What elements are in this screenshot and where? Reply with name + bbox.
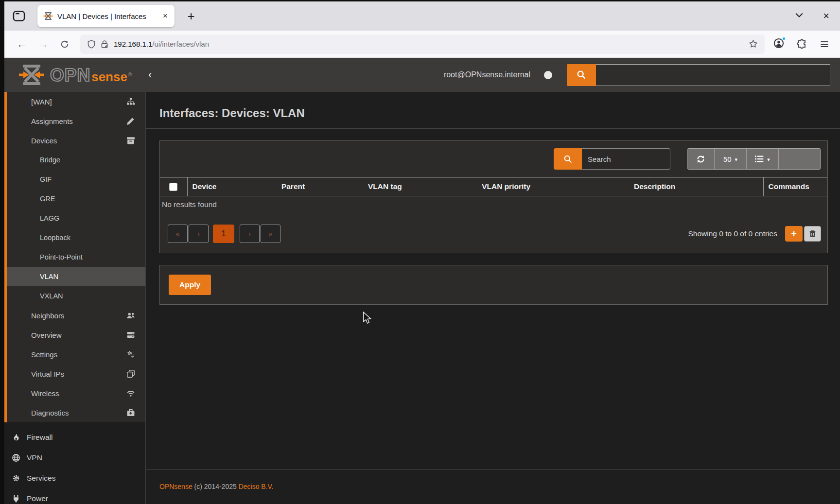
sidebar-item-gre[interactable]: GRE: [7, 189, 145, 209]
wifi-icon: [127, 389, 135, 397]
extensions-puzzle-icon[interactable]: [797, 39, 807, 49]
tab-close-button[interactable]: ×: [161, 11, 170, 21]
page-size-dropdown[interactable]: 50▾: [715, 149, 747, 169]
logged-in-user[interactable]: root@OPNsense.internal: [444, 70, 530, 79]
select-all-cell: [160, 177, 187, 196]
tab-title: VLAN | Devices | Interfaces: [57, 12, 159, 20]
sidebar-item-bridge[interactable]: Bridge: [7, 150, 145, 170]
toolbar-blank-button[interactable]: [779, 149, 821, 169]
sidebar-collapse-button[interactable]: ‹: [148, 69, 152, 81]
shield-permissions-icon[interactable]: [87, 40, 96, 49]
sidebar-item-vlan[interactable]: VLAN: [7, 267, 145, 286]
pagination-page-1-button[interactable]: 1: [213, 225, 234, 243]
footer-opnsense-link[interactable]: OPNsense: [159, 483, 192, 490]
column-selector-dropdown[interactable]: ▾: [747, 149, 779, 169]
search-icon: [577, 70, 586, 80]
sitemap-icon: [127, 98, 135, 105]
brand-wordmark[interactable]: OPN sense ®: [50, 66, 132, 84]
sidebar-item-loopback[interactable]: Loopback: [7, 228, 145, 247]
sidebar-item-overview[interactable]: Overview: [7, 325, 145, 345]
url-bar[interactable]: 192.168.1.1/ui/interfaces/vlan: [80, 35, 765, 54]
column-header-description[interactable]: Description: [629, 177, 763, 196]
column-header-vlan-priority[interactable]: VLAN priority: [477, 177, 629, 196]
sidebar-item-virtual-ips[interactable]: Virtual IPs: [7, 364, 145, 383]
sidebar-item-wan[interactable]: [WAN]: [7, 92, 145, 111]
browser-navbar: ← → 192.168.1.1/ui/interfaces/vlan: [4, 31, 840, 58]
lock-warning-icon[interactable]: [100, 40, 109, 49]
search-icon: [563, 155, 573, 164]
grid-search: [554, 148, 670, 170]
delete-selected-button[interactable]: [804, 226, 821, 242]
browser-window: VLAN | Devices | Interfaces × + × ← → 19…: [0, 0, 840, 504]
sidebar-item-wireless[interactable]: Wireless: [7, 383, 145, 403]
sidebar-item-firewall[interactable]: Firewall: [4, 427, 145, 448]
pagination-prev-button[interactable]: ‹: [189, 225, 209, 243]
global-search-input[interactable]: [596, 64, 830, 86]
grid-search-button[interactable]: [554, 148, 582, 170]
apply-button[interactable]: Apply: [169, 275, 211, 295]
add-vlan-button[interactable]: +: [785, 226, 803, 242]
opnsense-favicon: [43, 12, 53, 20]
pagination-first-button[interactable]: «: [168, 225, 188, 243]
sidebar-item-vxlan[interactable]: VXLAN: [7, 286, 145, 306]
global-search-button[interactable]: [567, 64, 596, 86]
sidebar-root-menu: Firewall VPN Services Power: [4, 422, 145, 504]
bookmark-star-icon[interactable]: [749, 39, 758, 49]
grid-search-input[interactable]: [582, 148, 670, 170]
clone-icon: [127, 370, 135, 378]
main-content: Interfaces: Devices: VLAN: [145, 92, 840, 504]
global-search: [567, 64, 830, 86]
reload-icon: [60, 40, 69, 49]
url-text[interactable]: 192.168.1.1/ui/interfaces/vlan: [114, 40, 749, 48]
pagination-last-button[interactable]: »: [261, 225, 280, 243]
menu-hamburger-icon[interactable]: [820, 39, 829, 49]
list-all-tabs-button[interactable]: [795, 11, 804, 22]
caret-down-icon: ▾: [767, 156, 770, 163]
sidebar-item-devices[interactable]: Devices: [7, 131, 145, 150]
table-empty-row: No results found: [160, 196, 827, 212]
sidebar-item-power[interactable]: Power: [4, 488, 145, 504]
users-icon: [127, 312, 135, 319]
app-header: OPN sense ® ‹ root@OPNsense.internal: [4, 58, 840, 92]
refresh-button[interactable]: [687, 149, 715, 169]
brand-opn: OPN: [50, 66, 90, 84]
sidebar-item-settings[interactable]: Settings: [7, 345, 145, 364]
grid-toolbar-buttons: 50▾ ▾: [687, 148, 821, 170]
sidebar-item-lagg[interactable]: LAGG: [7, 209, 145, 228]
select-all-checkbox[interactable]: [169, 183, 177, 191]
sidebar-item-assignments[interactable]: Assignments: [7, 111, 145, 131]
showing-entries-text: Showing 0 to 0 of 0 entries: [688, 229, 777, 238]
firefox-view-button[interactable]: [9, 6, 29, 26]
table-header-row: Device Parent VLAN tag VLAN priority Des…: [160, 177, 827, 196]
forward-button: →: [35, 35, 52, 53]
new-tab-button[interactable]: +: [182, 7, 200, 25]
account-button[interactable]: [773, 38, 784, 51]
url-host: 192.168.1.1: [114, 40, 152, 48]
window-close-button[interactable]: ×: [823, 10, 829, 22]
sidebar-item-neighbors[interactable]: Neighbors: [7, 306, 145, 325]
pagination-next-button[interactable]: ›: [240, 225, 260, 243]
sidebar-item-diagnostics[interactable]: Diagnostics: [7, 403, 145, 422]
column-header-parent[interactable]: Parent: [277, 177, 363, 196]
brand-registered-mark: ®: [128, 71, 132, 77]
refresh-icon: [696, 155, 705, 164]
status-indicator-dot[interactable]: [544, 71, 552, 79]
medkit-icon: [127, 409, 135, 417]
pagination: «‹1›»: [168, 225, 280, 243]
column-header-vlan-tag[interactable]: VLAN tag: [363, 177, 477, 196]
vlan-grid-panel: 50▾ ▾ Device Parent: [159, 140, 828, 253]
sidebar-item-vpn[interactable]: VPN: [4, 448, 145, 468]
list-columns-icon: [755, 155, 764, 163]
sidebar-item-gif[interactable]: GIF: [7, 170, 145, 189]
sidebar-item-point-to-point[interactable]: Point-to-Point: [7, 247, 145, 267]
opnsense-logo-icon: [19, 64, 44, 86]
browser-tab[interactable]: VLAN | Devices | Interfaces ×: [37, 5, 175, 27]
reload-button[interactable]: [56, 35, 73, 53]
back-button[interactable]: ←: [13, 35, 31, 53]
plug-icon: [12, 495, 20, 503]
sidebar-item-services[interactable]: Services: [4, 468, 145, 488]
column-header-device[interactable]: Device: [187, 177, 277, 196]
no-results-text: No results found: [160, 196, 827, 212]
footer-deciso-link[interactable]: Deciso B.V.: [239, 483, 274, 490]
title-divider: [146, 128, 840, 129]
